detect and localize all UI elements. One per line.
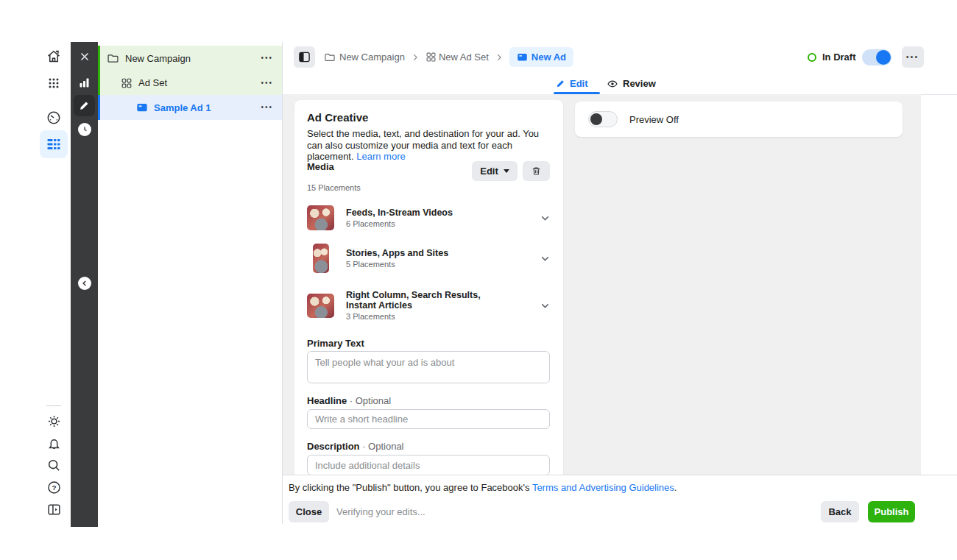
performance-chart-icon[interactable] bbox=[71, 71, 98, 93]
search-icon[interactable] bbox=[43, 455, 64, 475]
tab-edit[interactable]: Edit bbox=[556, 74, 588, 93]
close-editor-icon[interactable] bbox=[71, 46, 98, 68]
breadcrumb: New Campaign New Ad Set New Ad bbox=[324, 46, 573, 68]
tree-campaign-label: New Campaign bbox=[125, 53, 256, 64]
rail-divider bbox=[46, 405, 61, 406]
ad-menu-icon[interactable]: ••• bbox=[256, 101, 278, 114]
eye-icon bbox=[607, 78, 618, 90]
caret-down-icon bbox=[504, 169, 509, 173]
draft-status-dot-icon bbox=[808, 53, 816, 62]
svg-text:?: ? bbox=[52, 483, 56, 492]
preview-toggle[interactable] bbox=[588, 111, 618, 127]
chevron-down-icon[interactable] bbox=[539, 212, 551, 224]
breadcrumb-campaign-label: New Campaign bbox=[339, 52, 405, 63]
breadcrumb-campaign[interactable]: New Campaign bbox=[324, 52, 405, 63]
ad-creative-card: Ad Creative Select the media, text, and … bbox=[294, 100, 563, 475]
adset-menu-icon[interactable]: ••• bbox=[256, 77, 278, 90]
adset-grid-icon bbox=[425, 52, 437, 63]
ads-manager-edit-window: ? bbox=[0, 0, 957, 560]
tree-adset-label: Ad Set bbox=[138, 77, 256, 88]
tree-row-ad-selected[interactable]: Sample Ad 1 ••• bbox=[98, 95, 282, 120]
terms-link[interactable]: Terms and Advertising Guidelines bbox=[532, 482, 674, 493]
help-icon[interactable]: ? bbox=[43, 477, 64, 497]
placement-subtitle: 6 Placements bbox=[346, 219, 539, 228]
home-icon[interactable] bbox=[43, 46, 64, 67]
description-optional-text: · Optional bbox=[362, 441, 403, 452]
media-label: Media bbox=[307, 161, 334, 172]
draft-toggle[interactable] bbox=[862, 49, 891, 65]
campaign-tree-panel: New Campaign ••• Ad Set ••• Sample bbox=[98, 42, 282, 524]
header-more-menu-button[interactable]: ••• bbox=[902, 46, 924, 68]
collapse-panel-icon[interactable] bbox=[78, 277, 91, 290]
stories-thumbnail bbox=[307, 244, 334, 273]
agreement-suffix: . bbox=[674, 482, 677, 493]
learn-more-link[interactable]: Learn more bbox=[356, 151, 405, 162]
tree-ad-label: Sample Ad 1 bbox=[154, 102, 256, 113]
campaign-menu-icon[interactable]: ••• bbox=[256, 52, 278, 65]
tab-review[interactable]: Review bbox=[607, 74, 656, 93]
tab-review-label: Review bbox=[623, 78, 656, 89]
apps-grid-icon[interactable] bbox=[43, 73, 64, 93]
placement-row-feeds[interactable]: Feeds, In-Stream Videos 6 Placements bbox=[307, 202, 551, 234]
settings-gear-icon[interactable] bbox=[43, 411, 64, 431]
preview-card: Preview Off bbox=[575, 102, 903, 137]
toggle-tree-panel-button[interactable] bbox=[294, 46, 315, 68]
adset-grid-icon bbox=[121, 77, 133, 89]
placement-row-right-column[interactable]: Right Column, Search Results, Instant Ar… bbox=[307, 287, 551, 324]
side-panel-icon[interactable] bbox=[43, 499, 64, 520]
back-button-label: Back bbox=[828, 506, 851, 517]
placement-text: Stories, Apps and Sites 5 Placements bbox=[346, 248, 539, 269]
close-button[interactable]: Close bbox=[289, 501, 329, 522]
tree-row-campaign[interactable]: New Campaign ••• bbox=[98, 46, 282, 71]
ad-creative-title: Ad Creative bbox=[307, 111, 368, 124]
tab-edit-label: Edit bbox=[570, 78, 588, 89]
right-column-thumbnail bbox=[307, 294, 334, 318]
placement-row-stories[interactable]: Stories, Apps and Sites 5 Placements bbox=[307, 241, 551, 275]
draft-status-label: In Draft bbox=[822, 52, 856, 63]
placement-text: Right Column, Search Results, Instant Ar… bbox=[346, 290, 539, 321]
media-edit-button[interactable]: Edit bbox=[472, 161, 518, 181]
adset-active-strip bbox=[98, 71, 100, 95]
placement-title: Stories, Apps and Sites bbox=[346, 248, 493, 258]
back-button[interactable]: Back bbox=[821, 501, 859, 522]
media-edit-label: Edit bbox=[480, 166, 498, 177]
ellipsis-icon: ••• bbox=[906, 53, 919, 61]
notifications-bell-icon[interactable] bbox=[43, 433, 64, 453]
tree-row-adset[interactable]: Ad Set ••• bbox=[98, 71, 282, 95]
description-input[interactable] bbox=[307, 455, 550, 475]
history-clock-icon[interactable] bbox=[78, 123, 91, 136]
folder-icon bbox=[324, 52, 336, 63]
publish-button[interactable]: Publish bbox=[868, 501, 915, 522]
chevron-right-icon bbox=[410, 52, 420, 63]
campaign-active-strip bbox=[98, 46, 100, 71]
description-label: Description · Optional bbox=[307, 441, 404, 452]
placement-title: Feeds, In-Stream Videos bbox=[346, 208, 493, 218]
gauge-icon[interactable] bbox=[43, 107, 64, 128]
headline-label: Headline · Optional bbox=[307, 395, 391, 406]
publish-button-label: Publish bbox=[875, 506, 909, 517]
placement-subtitle: 3 Placements bbox=[346, 312, 539, 321]
headline-input[interactable] bbox=[307, 409, 550, 429]
chevron-down-icon[interactable] bbox=[539, 300, 551, 312]
breadcrumb-ad-current[interactable]: New Ad bbox=[509, 47, 573, 67]
verifying-status: Verifying your edits... bbox=[336, 501, 425, 522]
media-delete-button[interactable] bbox=[523, 161, 550, 181]
primary-text-input[interactable] bbox=[307, 351, 550, 383]
folder-icon bbox=[107, 52, 119, 65]
editor-footer: By clicking the "Publish" button, you ag… bbox=[283, 475, 957, 525]
ad-icon bbox=[517, 52, 528, 63]
campaigns-table-icon[interactable] bbox=[40, 130, 68, 158]
headline-optional-text: · Optional bbox=[350, 395, 391, 406]
breadcrumb-adset[interactable]: New Ad Set bbox=[425, 52, 489, 63]
breadcrumb-adset-label: New Ad Set bbox=[439, 52, 489, 63]
draft-status-group: In Draft ••• bbox=[808, 46, 924, 68]
ad-active-strip bbox=[98, 95, 100, 120]
placement-title: Right Column, Search Results, Instant Ar… bbox=[346, 290, 493, 311]
chevron-down-icon[interactable] bbox=[539, 252, 551, 265]
edit-pencil-tool[interactable] bbox=[74, 95, 95, 116]
ad-creative-description: Select the media, text, and destination … bbox=[307, 128, 551, 163]
feeds-thumbnail bbox=[307, 205, 334, 230]
breadcrumb-ad-label: New Ad bbox=[532, 52, 566, 63]
chevron-right-icon bbox=[494, 52, 504, 63]
placement-subtitle: 5 Placements bbox=[346, 260, 539, 269]
